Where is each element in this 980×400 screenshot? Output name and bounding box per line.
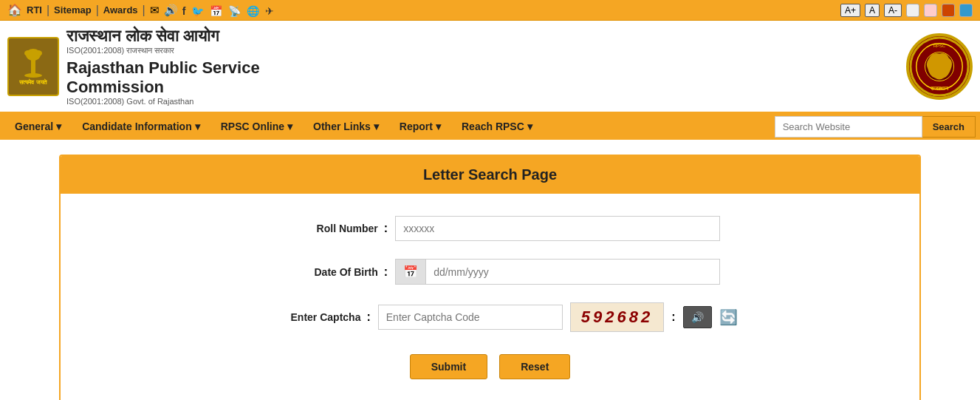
iso-english: ISO(2001:2008) Govt. of Rajasthan (66, 97, 260, 106)
rss-icon[interactable]: 📡 (228, 5, 241, 17)
date-wrapper: 📅 (395, 259, 720, 285)
nav-search: Search (775, 116, 976, 138)
submit-button[interactable]: Submit (410, 354, 487, 379)
captcha-audio-button[interactable]: 🔊 (683, 306, 712, 328)
chevron-down-icon: ▾ (436, 121, 441, 132)
home-icon[interactable]: 🏠 (7, 3, 22, 17)
form-body: Roll Number : Date Of Birth : 📅 Enter Ca… (61, 194, 919, 400)
roll-number-label: Roll Number (260, 223, 378, 234)
header: सत्यमेव जयते राजस्थान लोक सेवा आयोग ISO(… (0, 21, 980, 113)
captcha-refresh-button[interactable]: 🔄 (719, 308, 738, 326)
captcha-label: Enter Captcha (242, 311, 360, 323)
top-bar-right: A+ A A- (840, 4, 973, 17)
font-decrease-button[interactable]: A- (884, 4, 902, 17)
date-of-birth-label: Date Of Birth (260, 266, 378, 278)
sitemap-link[interactable]: Sitemap (54, 4, 92, 16)
chevron-down-icon: ▾ (527, 121, 532, 132)
search-input[interactable] (775, 116, 922, 138)
speaker-icon[interactable]: 🔊 (164, 4, 178, 17)
roll-number-row: Roll Number : (75, 216, 905, 241)
svg-text:RPSC: RPSC (933, 43, 945, 47)
svg-point-2 (35, 50, 42, 56)
divider1: | (47, 4, 49, 17)
nav-item-general[interactable]: General ▾ (4, 113, 72, 140)
nav-item-other-links[interactable]: Other Links ▾ (303, 113, 389, 140)
social-links: f 🐦 📅 📡 🌐 ✈ (182, 5, 275, 17)
web-icon[interactable]: 🌐 (247, 5, 259, 17)
rti-link[interactable]: RTI (27, 4, 42, 16)
divider3: | (143, 4, 145, 17)
rpsc-emblem: राजस्थान RPSC (906, 33, 973, 100)
captcha-input[interactable] (378, 305, 563, 330)
date-of-birth-row: Date Of Birth : 📅 (75, 259, 905, 285)
header-text: राजस्थान लोक सेवा आयोग ISO(2001:2008) रा… (66, 27, 260, 106)
colon2: : (384, 265, 388, 279)
navigation: General ▾ Candidate Information ▾ RPSC O… (0, 113, 980, 140)
captcha-image: 592682 (570, 302, 664, 332)
twitter-icon[interactable]: 🐦 (191, 5, 204, 17)
emblem-svg: राजस्थान RPSC (909, 35, 970, 98)
awards-link[interactable]: Awards (103, 4, 138, 16)
email-icon[interactable]: ✉ (150, 4, 160, 17)
hindi-title: राजस्थान लोक सेवा आयोग (66, 27, 260, 46)
divider2: | (96, 4, 99, 17)
date-of-birth-input[interactable] (426, 260, 719, 284)
form-title: Letter Search Page (61, 156, 919, 194)
colon1: : (384, 222, 388, 235)
nav-item-candidate-information[interactable]: Candidate Information ▾ (72, 113, 210, 140)
calendar-icon[interactable]: 📅 (210, 5, 222, 17)
main-content: Letter Search Page Roll Number : Date Of… (0, 140, 980, 400)
svg-point-1 (24, 50, 32, 56)
form-actions: Submit Reset (75, 354, 905, 379)
captcha-wrapper: 592682 : 🔊 🔄 (378, 302, 738, 332)
colon4: : (671, 311, 675, 324)
color-swatch-blue[interactable] (959, 4, 973, 17)
facebook-icon[interactable]: f (182, 5, 186, 17)
top-bar-nav-links: 🏠 RTI | Sitemap | Awards | ✉ 🔊 f 🐦 📅 📡 🌐… (7, 3, 274, 17)
nav-item-reach-rpsc[interactable]: Reach RPSC ▾ (451, 113, 543, 140)
chevron-down-icon: ▾ (56, 121, 61, 132)
iso-hindi: ISO(2001:2008) राजस्थान सरकार (66, 46, 260, 55)
font-increase-button[interactable]: A+ (840, 4, 860, 17)
lion-emblem: सत्यमेव जयते (7, 37, 59, 96)
chevron-down-icon: ▾ (287, 121, 292, 132)
reset-button[interactable]: Reset (499, 354, 570, 379)
svg-text:सत्यमेव जयते: सत्यमेव जयते (18, 78, 47, 86)
nav-item-report[interactable]: Report ▾ (389, 113, 451, 140)
search-button[interactable]: Search (922, 116, 976, 138)
colon3: : (366, 311, 370, 324)
chevron-down-icon: ▾ (374, 121, 379, 132)
form-container: Letter Search Page Roll Number : Date Of… (59, 155, 921, 400)
color-swatch-orange[interactable] (942, 4, 955, 17)
ashoka-pillar-icon: सत्यमेव जयते (15, 46, 52, 87)
svg-point-4 (24, 73, 42, 78)
top-bar: 🏠 RTI | Sitemap | Awards | ✉ 🔊 f 🐦 📅 📡 🌐… (0, 0, 980, 21)
location-icon[interactable]: ✈ (265, 5, 274, 17)
chevron-down-icon: ▾ (195, 121, 200, 132)
captcha-row: Enter Captcha : 592682 : 🔊 🔄 (75, 302, 905, 332)
svg-rect-3 (31, 59, 35, 74)
nav-item-rpsc-online[interactable]: RPSC Online ▾ (210, 113, 303, 140)
calendar-picker-icon[interactable]: 📅 (396, 260, 426, 284)
roll-number-input[interactable] (395, 216, 720, 241)
color-swatch-pink[interactable] (924, 4, 937, 17)
svg-text:राजस्थान: राजस्थान (930, 86, 949, 91)
font-normal-button[interactable]: A (865, 4, 880, 17)
color-swatch-white[interactable] (906, 4, 919, 17)
english-title: Rajasthan Public ServiceCommission (66, 58, 260, 97)
